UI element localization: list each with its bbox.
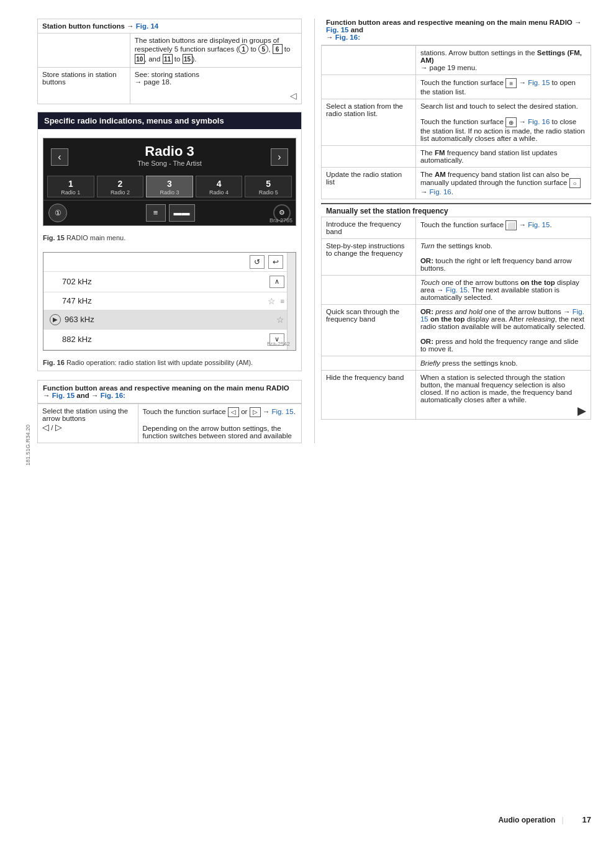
- fig15-link-r2[interactable]: Fig. 15: [528, 79, 550, 86]
- station-freq-2: 747 kHz: [62, 296, 92, 305]
- main-content: Station button functions → Fig. 14 The s…: [37, 19, 591, 443]
- bottom-func-row: Select the station using the arrow butto…: [38, 403, 302, 443]
- num-5-icon: 5: [258, 44, 268, 54]
- table-header-row: Station button functions → Fig. 14: [38, 19, 302, 34]
- left-column: Station button functions → Fig. 14 The s…: [37, 19, 314, 443]
- table-row: Store stations in station buttons See: s…: [38, 68, 302, 104]
- list-icon-2: ≡: [281, 297, 284, 305]
- power-button[interactable]: ①: [48, 204, 67, 222]
- m-r3-col1: [322, 276, 416, 305]
- right-top-header: Function button areas and respective mea…: [321, 19, 591, 45]
- back-icon-btn[interactable]: ↩: [268, 255, 283, 269]
- right-row-5: Update the radio station list The AM fre…: [322, 168, 591, 199]
- menu-surface-icon: ≡: [505, 78, 517, 88]
- manually-header: Manually set the station frequency: [321, 203, 591, 217]
- station-btn-5[interactable]: 5Radio 5: [245, 176, 292, 197]
- fig15-caption: Fig. 15 RADIO main menu.: [43, 234, 125, 241]
- star-icon-3: ☆: [276, 315, 284, 325]
- play-icon-3: ▶: [50, 314, 61, 325]
- station-row-3[interactable]: ▶ 963 kHz ☆: [43, 310, 296, 330]
- manually-row-2: Step-by-step instructions to change the …: [322, 239, 591, 276]
- m-r2-col2: Turn the settings knob. OR: touch the ri…: [415, 239, 591, 276]
- fig16-text: Radio operation: radio station list with…: [66, 359, 253, 366]
- right-r2-col2: Touch the function surface ≡ → Fig. 15 t…: [415, 75, 591, 99]
- right-column: Function button areas and respective mea…: [314, 19, 591, 443]
- right-r3-col2: Search list and touch to select the desi…: [415, 99, 591, 146]
- arrow-left-icon: ◁: [42, 422, 49, 432]
- fig15-text: RADIO main menu.: [66, 234, 125, 241]
- right-top-table: stations. Arrow button settings in the S…: [321, 45, 591, 199]
- station-button-table: Station button functions → Fig. 14 The s…: [37, 19, 302, 104]
- display-icon-btn[interactable]: ▬▬: [169, 204, 195, 222]
- station-row-2[interactable]: 747 kHz ☆ ≡: [43, 292, 296, 310]
- num-15-icon: 15: [183, 54, 192, 64]
- m-r2-col1: Step-by-step instructions to change the …: [322, 239, 416, 276]
- m-r1-col2: Touch the function surface ⬜ → Fig. 15.: [415, 217, 591, 239]
- scroll-up-btn[interactable]: ∧: [270, 276, 284, 288]
- m-r5-col2: Briefly press the settings knob.: [415, 356, 591, 371]
- refresh-icon-btn[interactable]: ↺: [250, 255, 265, 269]
- nav-right-arrow[interactable]: ›: [271, 148, 288, 166]
- margin-label-text: 181.51G.R34.20: [25, 425, 31, 466]
- fig16-link-right[interactable]: Fig. 16:: [335, 34, 360, 41]
- m-r4-col1: Quick scan through the frequency band: [322, 305, 416, 356]
- station-freq-3: 963 kHz: [65, 315, 94, 324]
- fig15-link-inline[interactable]: Fig. 15: [271, 408, 293, 415]
- station-btn-1[interactable]: 1Radio 1: [47, 176, 94, 197]
- table-row: The station buttons are displayed in gro…: [38, 34, 302, 68]
- m-r6-col1: Hide the frequency band: [322, 371, 416, 420]
- star-icon-2: ☆: [268, 296, 276, 306]
- store-stations-label: Store stations in station buttons: [38, 68, 130, 104]
- fig15-caption-container: Fig. 15 RADIO main menu.: [38, 231, 301, 246]
- fig16-caption-container: Fig. 16 Radio operation: radio station l…: [38, 356, 301, 371]
- fig16-link-bottom[interactable]: Fig. 16:: [101, 392, 125, 399]
- fig16-caption: Fig. 16 Radio operation: radio station l…: [43, 359, 253, 366]
- right-row-2: Touch the function surface ≡ → Fig. 15 t…: [322, 75, 591, 99]
- station-list-top-icons: ↺ ↩: [43, 253, 296, 272]
- station-btn-2[interactable]: 2Radio 2: [97, 176, 144, 197]
- station-freq-1-container: 702 kHz: [50, 277, 92, 286]
- right-r5-col1: Update the radio station list: [322, 168, 416, 199]
- station-row-4[interactable]: 882 kHz ∨: [43, 330, 296, 350]
- radio-bottom-icons: ≡ ▬▬: [146, 204, 195, 222]
- fig15-link-bottom[interactable]: Fig. 15: [52, 392, 75, 399]
- fig15-link-right[interactable]: Fig. 15: [326, 26, 348, 34]
- right-row-3: Select a station from the radio station …: [322, 99, 591, 146]
- fig14-link[interactable]: Fig. 14: [136, 22, 158, 30]
- svg-marker-0: [578, 407, 586, 416]
- radio-ui: ‹ Radio 3 The Song - The Artist › 1Radio…: [43, 138, 296, 226]
- radio-indications-section: Specific radio indications, menus and sy…: [37, 112, 302, 371]
- close-surface-icon: ⊕: [505, 117, 517, 127]
- station-freq-2-container: 747 kHz: [50, 296, 92, 305]
- continue-arrow-container: [420, 407, 586, 416]
- footer-separator: |: [561, 816, 563, 824]
- station-btn-3[interactable]: 3Radio 3: [146, 176, 193, 197]
- menu-icon-btn[interactable]: ≡: [146, 204, 166, 222]
- nav-left-arrow[interactable]: ‹: [51, 148, 68, 166]
- continue-arrow-icon: [578, 407, 586, 416]
- station-row-1[interactable]: 702 kHz ∧: [43, 272, 296, 292]
- station-freq-4-container: 882 kHz: [50, 335, 92, 344]
- radio-bottom-row: ① ≡ ▬▬ ⚙: [43, 200, 296, 225]
- station-btn-4[interactable]: 4Radio 4: [196, 176, 243, 197]
- power-icon: ①: [55, 209, 61, 217]
- fig15-link-m3[interactable]: Fig. 15: [446, 286, 468, 294]
- station-row-1-right: ∧: [270, 276, 284, 288]
- num-10-icon: 10: [135, 54, 145, 64]
- fig16-link-r3[interactable]: Fig. 16: [528, 118, 550, 125]
- bottom-col1: Select the station using the arrow butto…: [38, 403, 138, 443]
- m-r5-col1: [322, 356, 416, 371]
- bra-label-fig16: Bra-2542: [265, 340, 292, 348]
- fig15-link-m1[interactable]: Fig. 15: [528, 221, 550, 228]
- manually-row-5: Briefly press the settings knob.: [322, 356, 591, 371]
- manually-table: Introduce the frequency band Touch the f…: [321, 217, 591, 420]
- right-row-4: The FM frequency band station list updat…: [322, 146, 591, 168]
- fig15-label: Fig. 15: [43, 234, 65, 241]
- bottom-func-header: Function button areas and respective mea…: [37, 380, 302, 403]
- num-11-icon: 11: [163, 54, 173, 64]
- right-r4-col2: The FM frequency band station list updat…: [415, 146, 591, 168]
- col2-text: The station buttons are displayed in gro…: [130, 34, 301, 68]
- fig16-link-r5[interactable]: Fig. 16: [430, 188, 451, 196]
- radio-center: Radio 3 The Song - The Artist: [68, 143, 271, 171]
- page-number: 17: [582, 815, 591, 824]
